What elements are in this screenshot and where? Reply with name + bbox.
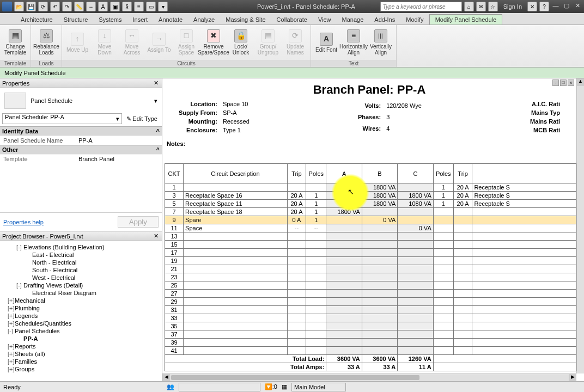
redo-icon[interactable]: ↷	[62, 2, 72, 11]
tab-architecture[interactable]: Architecture	[15, 15, 58, 24]
favorite-icon[interactable]: ☆	[488, 2, 498, 11]
close-views-icon[interactable]: ▭	[146, 2, 156, 11]
vertical-scrollbar[interactable]: ▲	[576, 78, 584, 373]
collapse-icon[interactable]: ^	[156, 146, 160, 153]
tree-node[interactable]: [+] Reports	[1, 342, 161, 350]
comm-icon[interactable]: ✉	[476, 2, 486, 11]
3d-icon[interactable]: ▣	[110, 2, 120, 11]
panel-schedule-table[interactable]: CKT Circuit Description Trip Poles A B C…	[165, 163, 576, 371]
tree-node[interactable]: [+] Sheets (all)	[1, 350, 161, 358]
filter-icon[interactable]: ▦	[282, 383, 287, 390]
tree-node[interactable]: [+] Plumbing	[1, 304, 161, 312]
table-row[interactable]: 41	[165, 347, 576, 355]
tab-structure[interactable]: Structure	[58, 15, 94, 24]
switch-windows-icon[interactable]: ▾	[158, 2, 168, 11]
combo-chevron-icon[interactable]: ▾	[114, 115, 121, 122]
tree-node[interactable]: [-] Drafting Views (Detail)	[1, 281, 161, 289]
tree-node[interactable]: [+] Schedules/Quantities	[1, 320, 161, 327]
properties-close-icon[interactable]: ✕	[152, 79, 160, 87]
table-row[interactable]: 39	[165, 339, 576, 347]
remove-spare-space-button[interactable]: ✖Remove Spare/Space	[200, 27, 227, 58]
editable-only-combo[interactable]	[179, 383, 260, 391]
table-row[interactable]: 25	[165, 281, 576, 290]
tree-node[interactable]: East - Electrical	[1, 251, 161, 259]
tab-manage[interactable]: Manage	[337, 15, 369, 24]
table-row[interactable]: 27	[165, 290, 576, 298]
tree-node[interactable]: [-] Panel Schedules	[1, 327, 161, 335]
horizontally-align-button[interactable]: ≡Horizontally Align	[340, 27, 367, 58]
tab-modify[interactable]: Modify	[400, 15, 429, 24]
sync-icon[interactable]: ⟳	[38, 2, 48, 11]
change-template-button[interactable]: ▦Change Template	[2, 27, 28, 58]
minimize-button[interactable]: —	[551, 2, 560, 11]
tree-node[interactable]: North - Electrical	[1, 259, 161, 266]
tree-node[interactable]: [+] Families	[1, 358, 161, 365]
tab-massing[interactable]: Massing & Site	[220, 15, 271, 24]
type-dropdown-icon[interactable]: ▾	[154, 97, 157, 105]
tree-node[interactable]: Electrical Riser Diagram	[1, 289, 161, 297]
subscription-icon[interactable]: ⌂	[464, 2, 474, 11]
save-icon[interactable]: 💾	[26, 2, 36, 11]
tab-view[interactable]: View	[313, 15, 337, 24]
help-icon[interactable]: ?	[539, 2, 549, 11]
table-row[interactable]: 5Receptacle Space 1120 A11800 VA1080 VA1…	[165, 200, 576, 208]
table-row[interactable]: 23	[165, 273, 576, 281]
close-button[interactable]: ✕	[573, 2, 582, 11]
table-row[interactable]: 33	[165, 314, 576, 322]
thin-lines-icon[interactable]: ≡	[134, 2, 144, 11]
search-input[interactable]	[380, 2, 462, 11]
tree-node[interactable]: [-] Elevations (Building Elevation)	[1, 243, 161, 251]
maximize-button[interactable]: ▢	[562, 2, 571, 11]
view-max-icon[interactable]: □	[560, 79, 567, 86]
table-row[interactable]: 11800 VA120 AReceptacle S	[165, 183, 576, 192]
open-icon[interactable]: 📂	[14, 2, 24, 11]
tree-node[interactable]: [+] Mechanical	[1, 297, 161, 304]
view-close-icon[interactable]: x	[568, 79, 574, 86]
collapse-icon[interactable]: ^	[156, 128, 160, 134]
tree-node[interactable]: [+] Groups	[1, 365, 161, 373]
worksharing-icon[interactable]: 👥	[167, 383, 174, 390]
table-row[interactable]: 29	[165, 298, 576, 306]
table-row[interactable]: 9Spare0 A10 VA	[165, 216, 576, 224]
identity-data-header[interactable]: Identity Data^	[0, 126, 162, 136]
rebalance-loads-button[interactable]: ⚖Rebalance Loads	[33, 27, 59, 58]
table-row[interactable]: 17	[165, 249, 576, 257]
undo-icon[interactable]: ↶	[50, 2, 60, 11]
tab-analyze[interactable]: Analyze	[188, 15, 220, 24]
exchange-icon[interactable]: ✕	[527, 2, 537, 11]
table-row[interactable]: 11Space----0 VA	[165, 224, 576, 232]
table-row[interactable]: 21	[165, 265, 576, 273]
table-row[interactable]: 37	[165, 330, 576, 339]
tree-node[interactable]: [+] Legends	[1, 312, 161, 320]
dimension-icon[interactable]: ↔	[86, 2, 96, 11]
table-row[interactable]: 31	[165, 306, 576, 314]
tab-annotate[interactable]: Annotate	[153, 15, 188, 24]
table-row[interactable]: 7Receptacle Space 1820 A11800 VA	[165, 208, 576, 216]
horizontal-scrollbar[interactable]: ◀▶	[162, 373, 576, 381]
apply-button[interactable]: Apply	[118, 216, 159, 228]
project-browser-close-icon[interactable]: ✕	[152, 232, 160, 240]
table-row[interactable]: 3Receptacle Space 1620 A11800 VA1800 VA1…	[165, 192, 576, 200]
app-logo[interactable]	[2, 2, 12, 11]
lock-unlock-button[interactable]: 🔒Lock/ Unlock	[228, 27, 254, 58]
measure-icon[interactable]: 📏	[74, 2, 84, 11]
tree-node[interactable]: South - Electrical	[1, 266, 161, 274]
tree-node[interactable]: West - Electrical	[1, 274, 161, 281]
text-icon[interactable]: A	[98, 2, 108, 11]
edit-font-button[interactable]: AEdit Font	[313, 27, 339, 58]
tab-modify-panel-schedule[interactable]: Modify Panel Schedule	[429, 14, 503, 24]
edit-type-button[interactable]: ✎ Edit Type	[124, 113, 160, 124]
view-min-icon[interactable]: -	[552, 79, 559, 86]
tree-node[interactable]: PP-A	[1, 335, 161, 342]
table-row[interactable]: 19	[165, 257, 576, 265]
design-options-combo[interactable]: Main Model	[291, 383, 346, 391]
table-row[interactable]: 13	[165, 232, 576, 241]
panel-schedule-name-input[interactable]	[78, 137, 160, 144]
other-header[interactable]: Other^	[0, 145, 162, 154]
table-row[interactable]: 35	[165, 322, 576, 330]
tab-addins[interactable]: Add-Ins	[369, 15, 400, 24]
instance-combo[interactable]: Panel Schedule: PP-A	[3, 114, 114, 124]
tab-systems[interactable]: Systems	[93, 15, 127, 24]
table-row[interactable]: 15	[165, 241, 576, 249]
vertically-align-button[interactable]: ⫼Vertically Align	[368, 27, 394, 58]
